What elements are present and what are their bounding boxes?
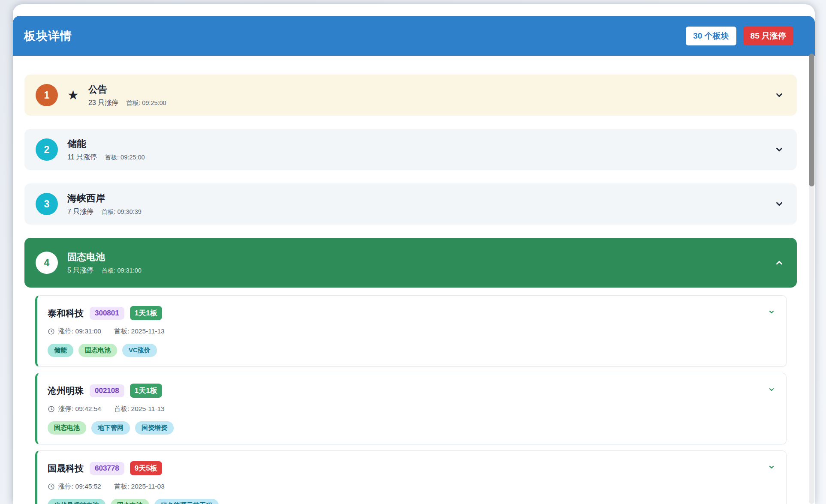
concept-tag[interactable]: 绿色能源示范工程 [154,499,219,504]
rank-badge: 4 [36,252,58,274]
stock-code-badge: 603778 [90,462,124,475]
concept-tags: 固态电池地下管网国资增资 [48,421,775,435]
panel-header: 板块详情 30 个板块 85 只涨停 [13,16,815,56]
stock-times: 涨停: 09:42:54 首板: 2025-11-13 [48,405,775,414]
concept-tag[interactable]: 地下管网 [91,421,130,435]
sector-stats: 11 只涨停 首板: 09:25:00 [67,153,145,162]
limit-up-count: 5 只涨停 [67,266,93,275]
streak-badge: 9天5板 [130,461,162,475]
sector-name: 海峡西岸 [67,192,142,205]
limit-up-count-badge: 85 只涨停 [743,27,793,45]
sector-stats: 7 只涨停 首板: 09:30:39 [67,207,142,216]
limit-up-time: 涨停: 09:42:54 [58,405,101,414]
chevron-up-icon[interactable] [775,258,784,267]
sector-row-1[interactable]: 1 ★ 公告 23 只涨停 首板: 09:25:00 [24,75,797,116]
stock-name: 沧州明珠 [48,385,84,397]
sector-list: 1 ★ 公告 23 只涨停 首板: 09:25:00 2 储能 11 只涨停 首… [13,56,815,504]
clock-icon [48,328,55,335]
stock-code-badge: 300801 [90,307,124,320]
limit-up-time: 涨停: 09:31:00 [58,327,101,336]
star-icon[interactable]: ★ [67,89,79,102]
streak-badge: 1天1板 [130,384,162,398]
chevron-down-icon[interactable] [768,464,775,472]
streak-badge: 1天1板 [130,306,162,320]
clock-icon [48,483,55,490]
concept-tag[interactable]: 储能 [48,344,73,357]
rank-badge: 3 [36,193,58,215]
sector-info: 固态电池 5 只涨停 首板: 09:31:00 [67,251,142,275]
sector-stats: 23 只涨停 首板: 09:25:00 [88,99,166,108]
clock-icon [48,405,55,413]
stock-card-header: 沧州明珠 002108 1天1板 [48,384,775,398]
sector-row-4[interactable]: 4 固态电池 5 只涨停 首板: 09:31:00 [24,238,797,288]
stock-name: 泰和科技 [48,307,84,319]
concept-tag[interactable]: VC涨价 [122,344,157,357]
concept-tag[interactable]: 光伏异质结电池 [48,499,106,504]
concept-tag[interactable]: 固态电池 [48,421,86,435]
sector-row-2[interactable]: 2 储能 11 只涨停 首板: 09:25:00 [24,129,797,170]
first-board-time: 首板: 09:31:00 [101,267,142,275]
sector-stats: 5 只涨停 首板: 09:31:00 [67,266,142,275]
page-title: 板块详情 [24,28,72,44]
sector-info: 公告 23 只涨停 首板: 09:25:00 [88,83,166,108]
limit-up-time: 涨停: 09:45:52 [58,482,101,491]
stock-card-header: 泰和科技 300801 1天1板 [48,306,775,320]
concept-tag[interactable]: 固态电池 [78,344,117,357]
sector-row-3[interactable]: 3 海峡西岸 7 只涨停 首板: 09:30:39 [24,183,797,225]
first-board-date: 首板: 2025-11-03 [114,482,165,491]
limit-up-count: 11 只涨停 [67,153,97,162]
stock-card: 国晟科技 603778 9天5板 涨停: 09:45:52 首板: 2025-1… [35,450,787,504]
rank-badge: 2 [36,138,58,161]
chevron-down-icon[interactable] [768,386,775,395]
stock-name: 国晟科技 [48,462,84,474]
first-board-date: 首板: 2025-11-13 [114,327,165,336]
sector-name: 公告 [88,83,166,96]
chevron-down-icon[interactable] [775,145,784,154]
limit-up-count: 23 只涨停 [88,99,118,108]
sector-name: 固态电池 [67,251,142,264]
sector-info: 储能 11 只涨停 首板: 09:25:00 [67,138,145,162]
stock-card: 泰和科技 300801 1天1板 涨停: 09:31:00 首板: 2025-1… [35,295,787,367]
chevron-down-icon[interactable] [775,90,784,100]
concept-tags: 光伏异质结电池固态电池绿色能源示范工程 [48,499,775,504]
stock-times: 涨停: 09:45:52 首板: 2025-11-03 [48,482,775,491]
sector-info: 海峡西岸 7 只涨停 首板: 09:30:39 [67,192,142,216]
stock-code-badge: 002108 [90,384,124,397]
sector-detail-panel: 板块详情 30 个板块 85 只涨停 1 ★ 公告 23 只涨停 首板: 09:… [13,4,815,504]
chevron-down-icon[interactable] [768,309,775,317]
stock-card-list: 泰和科技 300801 1天1板 涨停: 09:31:00 首板: 2025-1… [24,295,797,504]
sector-count-badge: 30 个板块 [686,27,736,45]
concept-tags: 储能固态电池VC涨价 [48,344,775,357]
chevron-down-icon[interactable] [775,199,784,209]
stock-card-header: 国晟科技 603778 9天5板 [48,461,775,475]
concept-tag[interactable]: 固态电池 [111,499,149,504]
rank-badge: 1 [36,84,58,106]
scrollbar-thumb[interactable] [809,54,814,186]
first-board-time: 首板: 09:30:39 [101,208,142,216]
first-board-date: 首板: 2025-11-13 [114,405,165,414]
limit-up-count: 7 只涨停 [67,207,93,216]
first-board-time: 首板: 09:25:00 [105,153,145,162]
sector-name: 储能 [67,138,145,150]
stock-card: 沧州明珠 002108 1天1板 涨停: 09:42:54 首板: 2025-1… [35,373,787,444]
concept-tag[interactable]: 国资增资 [135,421,174,435]
stock-times: 涨停: 09:31:00 首板: 2025-11-13 [48,327,775,336]
header-badges: 30 个板块 85 只涨停 [686,27,793,45]
first-board-time: 首板: 09:25:00 [126,99,166,107]
